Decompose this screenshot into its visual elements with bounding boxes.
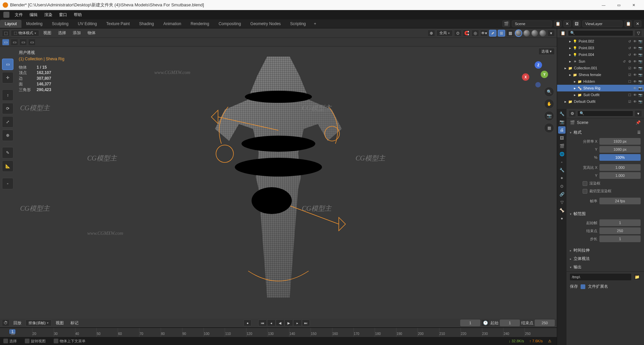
viewport-menu-view[interactable]: 视图 — [41, 29, 54, 37]
panel-frame-range[interactable]: 帧范围 — [567, 210, 644, 218]
visibility-dropdown[interactable]: 👁▾ — [480, 30, 488, 37]
prev-key-button[interactable]: ◂ — [267, 320, 275, 326]
outliner-toggle[interactable]: ☐ — [627, 92, 632, 97]
tool-measure[interactable]: 📐 — [2, 160, 13, 172]
outliner-toggle[interactable]: 📷 — [638, 66, 643, 70]
options-dropdown[interactable]: 选项 ▾ — [538, 48, 555, 55]
snap-button[interactable]: 🧲 — [463, 30, 470, 37]
outliner-toggle[interactable]: ☐ — [627, 79, 632, 84]
aspect-y-field[interactable]: 1.000 — [599, 172, 641, 179]
aspect-x-field[interactable]: 1.000 — [599, 164, 641, 171]
timeline-track[interactable]: 1 10203040506070809010011012013014015016… — [0, 328, 557, 337]
workspace-tab-rendering[interactable]: Rendering — [186, 20, 214, 28]
render-region-check[interactable] — [583, 181, 587, 186]
autokey-button[interactable]: ● — [244, 320, 252, 326]
play-reverse-button[interactable]: ◀ — [276, 320, 284, 326]
fps-field[interactable]: 24 fps — [599, 198, 641, 204]
menu-help[interactable]: 帮助 — [70, 11, 85, 19]
viewport-menu-object[interactable]: 物体 — [85, 29, 98, 37]
gizmo-toggle[interactable]: ⬈ — [489, 30, 496, 37]
preset-icon[interactable]: ☰ — [637, 130, 641, 135]
pin-icon[interactable]: 📌 — [636, 120, 641, 125]
scene-delete-button[interactable]: ✕ — [564, 20, 571, 27]
outliner-row[interactable]: ▸ 🦴Sheva Rig👁📷 — [557, 85, 644, 91]
frame-start-field[interactable]: 1 — [599, 219, 641, 226]
shading-rendered[interactable] — [539, 30, 546, 37]
outliner-toggle[interactable]: ☑ — [627, 99, 632, 104]
zoom-button[interactable]: 🔍 — [544, 87, 554, 97]
menu-edit[interactable]: 编辑 — [26, 11, 41, 19]
prop-tab-modifier[interactable]: 🔧 — [558, 166, 566, 174]
tool-add-cube[interactable]: ▫ — [2, 178, 13, 189]
end-frame-field[interactable]: 250 — [535, 320, 555, 326]
mode-dropdown[interactable]: ⬚物体模式 — [11, 30, 39, 37]
browse-folder-button[interactable]: 📁 — [633, 274, 641, 280]
outliner-toggle[interactable]: 👁 — [633, 46, 637, 50]
camera-view-button[interactable]: 📷 — [544, 111, 554, 121]
shading-material[interactable] — [531, 30, 538, 37]
prop-tab-data[interactable]: ▽ — [558, 199, 566, 206]
timeline-menu-playback[interactable]: 回放 — [11, 319, 24, 327]
outliner-toggle[interactable]: 📷 — [638, 46, 643, 50]
select-mode-3[interactable]: ▭ — [19, 39, 27, 46]
outliner-toggle[interactable]: 📷 — [638, 39, 643, 44]
properties-search[interactable]: 🔍 — [577, 111, 633, 117]
panel-stereo[interactable]: 立体视法 — [567, 255, 644, 263]
tool-rotate[interactable]: ⟳ — [2, 103, 13, 114]
outliner-row[interactable]: ▸ 💡Point.004↺👁📷 — [557, 51, 644, 58]
menu-window[interactable]: 窗口 — [56, 11, 70, 19]
select-mode-4[interactable]: ▭ — [28, 39, 36, 46]
minimize-button[interactable]: — — [596, 0, 611, 10]
outliner-toggle[interactable]: 👁 — [633, 66, 637, 70]
tool-transform[interactable]: ⊕ — [2, 130, 13, 141]
frame-end-field[interactable]: 250 — [599, 227, 641, 234]
overlay-toggle[interactable]: ⊞ — [498, 30, 505, 37]
outliner-toggle[interactable]: 📷 — [638, 86, 643, 90]
outliner-toggle[interactable]: ↺ — [627, 39, 632, 44]
workspace-tab-sculpting[interactable]: Sculpting — [47, 20, 73, 28]
tool-select-box[interactable]: ▭ — [2, 59, 13, 70]
timeline-editor-type[interactable]: ⏱ — [2, 320, 9, 326]
prop-tab-output[interactable]: 🖨 — [558, 126, 566, 134]
outliner-row[interactable]: ▸ 📁Sheva female☑👁📷 — [557, 71, 644, 78]
outliner-row[interactable]: ▸ 💡Point.002↺👁📷 — [557, 38, 644, 45]
panel-format[interactable]: 格式 ☰ — [567, 128, 644, 137]
tool-cursor[interactable]: ✛ — [2, 72, 13, 83]
viewlayer-browse-icon[interactable]: 🖼 — [573, 20, 580, 27]
viewport-menu-select[interactable]: 选择 — [55, 29, 69, 37]
editor-type-button[interactable]: ⬚ — [2, 30, 9, 37]
workspace-tab-shading[interactable]: Shading — [135, 20, 159, 28]
outliner-toggle[interactable]: ↺ — [627, 46, 632, 50]
add-workspace-button[interactable]: + — [311, 20, 320, 27]
shading-solid[interactable] — [523, 30, 530, 37]
prop-tab-viewlayer[interactable]: 🖼 — [558, 134, 566, 142]
workspace-tab-scripting[interactable]: Scripting — [285, 20, 311, 28]
outliner-toggle[interactable]: 📷 — [638, 79, 643, 84]
orientation-dropdown[interactable]: 全局 — [436, 30, 453, 37]
workspace-tab-texture[interactable]: Texture Paint — [102, 20, 135, 28]
properties-editor-type[interactable]: ⚙ — [569, 110, 576, 117]
select-mode-1[interactable]: ▭ — [2, 39, 9, 46]
clock-icon[interactable]: 🕐 — [482, 320, 489, 326]
blender-icon[interactable] — [3, 12, 9, 18]
tool-annotate[interactable]: ✎ — [2, 147, 13, 158]
viewlayer-delete-button[interactable]: ✕ — [634, 20, 641, 27]
close-button[interactable]: ✕ — [626, 0, 641, 10]
select-mode-2[interactable]: ▭ — [11, 39, 18, 46]
shading-wireframe[interactable] — [515, 30, 522, 37]
res-pct-field[interactable]: 100% — [599, 154, 641, 161]
current-frame-field[interactable]: 1 — [460, 320, 480, 326]
prop-tab-render[interactable]: 📷 — [558, 118, 566, 126]
outliner-toggle[interactable]: 📷 — [638, 92, 643, 97]
res-x-field[interactable]: 1920 px — [599, 138, 641, 145]
orientation-icon[interactable]: ⊕ — [428, 30, 435, 37]
outliner-toggle[interactable]: 👁 — [633, 59, 637, 64]
viewport-menu-add[interactable]: 添加 — [70, 29, 84, 37]
properties-options[interactable]: ▾ — [635, 110, 642, 117]
prop-tab-world[interactable]: 🌐 — [558, 150, 566, 158]
timeline-keying-dropdown[interactable]: 抠像(插帧) — [25, 320, 52, 326]
outliner-toggle[interactable]: 👁 — [633, 92, 637, 97]
workspace-tab-animation[interactable]: Animation — [159, 20, 186, 28]
gizmo-neg-z[interactable] — [535, 82, 541, 87]
prop-tab-particle[interactable]: ✦ — [558, 175, 566, 182]
